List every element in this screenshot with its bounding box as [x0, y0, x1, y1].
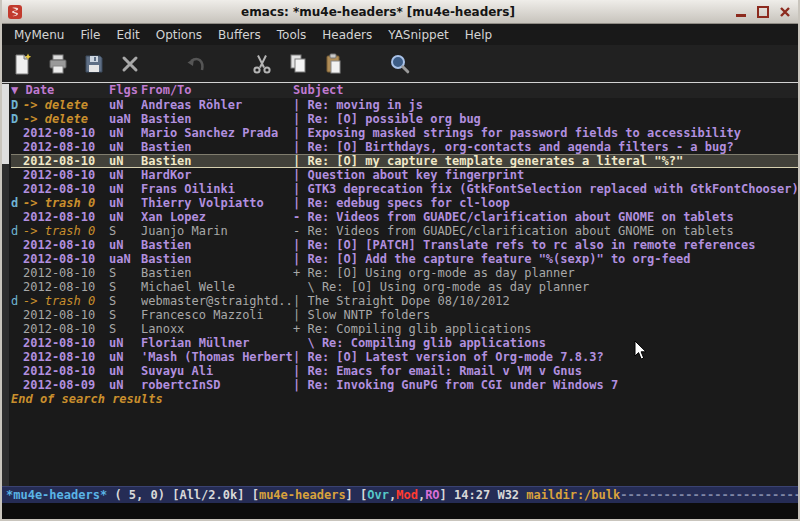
save-icon[interactable] — [80, 50, 108, 78]
message-row[interactable]: 2012-08-10SFrancesco Mazzoli| Slow NNTP … — [11, 308, 798, 322]
row-from: Juanjo Marin — [141, 224, 293, 238]
menu-item-file[interactable]: File — [72, 26, 108, 44]
row-from: Bastien — [141, 252, 293, 266]
message-row[interactable]: D-> deleteuaNBastien| Re: [O] possible o… — [11, 112, 798, 126]
message-row[interactable]: 2012-08-09uNrobertcInSD| Re: Invoking Gn… — [11, 378, 798, 392]
menu-item-mymenu[interactable]: MyMenu — [6, 26, 72, 44]
row-marker — [11, 140, 23, 154]
menu-item-buffers[interactable]: Buffers — [210, 26, 269, 44]
minimize-button[interactable] — [733, 5, 749, 19]
row-subject: | Re: [O] Birthdays, org-contacts and ag… — [293, 140, 798, 154]
menu-item-yasnippet[interactable]: YASnippet — [380, 26, 457, 44]
row-subject: | Re: [O] Add the capture feature "%(sex… — [293, 252, 798, 266]
menu-item-help[interactable]: Help — [457, 26, 500, 44]
row-subject: | Re: [O] possible org bug — [293, 112, 798, 126]
message-row[interactable]: 2012-08-10uNFlorian Müllner \ Re: Compil… — [11, 336, 798, 350]
row-subject: | Re: [O] [PATCH] Translate refs to rc a… — [293, 238, 798, 252]
column-header-subject[interactable]: Subject — [293, 83, 798, 98]
column-header-flags[interactable]: Flgs — [109, 83, 141, 98]
modeline-segment: *mu4e-headers* — [6, 488, 107, 502]
row-date: 2012-08-10 — [23, 238, 109, 252]
row-flags: uN — [109, 140, 141, 154]
row-flags: uN — [109, 238, 141, 252]
headers-buffer: ▼ Date Flgs From/To Subject D-> deleteuN… — [2, 82, 798, 486]
modeline-segment: W32 — [497, 488, 526, 502]
column-header-from[interactable]: From/To — [141, 83, 293, 98]
row-subject: | Question about key fingerprint — [293, 168, 798, 182]
menu-item-headers[interactable]: Headers — [314, 26, 380, 44]
row-date: 2012-08-10 — [23, 210, 109, 224]
row-date: 2012-08-10 — [23, 126, 109, 140]
modeline-segment: [ — [252, 488, 259, 502]
maximize-button[interactable] — [755, 5, 771, 19]
row-subject: | Slow NNTP folders — [293, 308, 798, 322]
message-row[interactable]: 2012-08-10uNXan Lopez- Re: Videos from G… — [11, 210, 798, 224]
row-from: Andreas Röhler — [141, 98, 293, 112]
menu-item-edit[interactable]: Edit — [109, 26, 148, 44]
modeline-segment: 14:27 — [454, 488, 497, 502]
window-title: emacs: *mu4e-headers* [mu4e-headers] — [23, 5, 733, 19]
row-flags: S — [109, 224, 141, 238]
row-flags: uN — [109, 98, 141, 112]
menu-item-options[interactable]: Options — [148, 26, 210, 44]
message-row[interactable]: 2012-08-10uNBastien| Re: [O] my capture … — [11, 154, 798, 168]
close-button[interactable] — [777, 5, 793, 19]
row-date: 2012-08-10 — [23, 252, 109, 266]
row-flags: uN — [109, 210, 141, 224]
row-marker: d — [11, 224, 23, 238]
row-subject: \ Re: [O] Using org-mode as day planner — [293, 280, 798, 294]
message-row[interactable]: 2012-08-10uNBastien| Re: [O] Birthdays, … — [11, 140, 798, 154]
row-marker: D — [11, 98, 23, 112]
row-from: webmaster@straightd... — [141, 294, 293, 308]
search-icon[interactable] — [386, 50, 414, 78]
message-row[interactable]: d-> trash 0SJuanjo Marin- Re: Videos fro… — [11, 224, 798, 238]
row-flags: S — [109, 322, 141, 336]
message-list: D-> deleteuNAndreas Röhler| Re: moving i… — [11, 98, 798, 392]
message-row[interactable]: d-> trash 0Swebmaster@straightd...| The … — [11, 294, 798, 308]
row-flags: uN — [109, 350, 141, 364]
row-flags: S — [109, 280, 141, 294]
emacs-window: emacs: *mu4e-headers* [mu4e-headers] MyM… — [0, 0, 800, 521]
copy-icon[interactable] — [284, 50, 312, 78]
message-row[interactable]: 2012-08-10uNHardKor| Question about key … — [11, 168, 798, 182]
row-subject: | Re: [O] my capture template generates … — [293, 154, 798, 168]
message-row[interactable]: 2012-08-10SBastien+ Re: [O] Using org-mo… — [11, 266, 798, 280]
row-from: Frans Oilinki — [141, 182, 293, 196]
message-row[interactable]: 2012-08-10uNMario Sanchez Prada| Exposin… — [11, 126, 798, 140]
toolbar-separator — [218, 63, 240, 64]
cut-icon[interactable] — [248, 50, 276, 78]
message-row[interactable]: 2012-08-10uNBastien| Re: [O] [PATCH] Tra… — [11, 238, 798, 252]
modeline-segment: ] — [440, 488, 454, 502]
scrollbar[interactable] — [2, 83, 9, 486]
close-buffer-icon[interactable] — [116, 50, 144, 78]
row-date: 2012-08-10 — [23, 280, 109, 294]
row-date: -> delete — [23, 112, 109, 126]
row-date: 2012-08-10 — [23, 364, 109, 378]
row-marker — [11, 280, 23, 294]
message-row[interactable]: d-> trash 0uNThierry Volpiatto| Re: edeb… — [11, 196, 798, 210]
row-marker — [11, 350, 23, 364]
paste-icon[interactable] — [320, 50, 348, 78]
menu-item-tools[interactable]: Tools — [269, 26, 315, 44]
row-from: Mario Sanchez Prada — [141, 126, 293, 140]
minibuffer[interactable] — [2, 503, 798, 519]
message-row[interactable]: 2012-08-10uN'Mash (Thomas Herbert)| Re: … — [11, 350, 798, 364]
message-row[interactable]: 2012-08-10SMichael Welle \ Re: [O] Using… — [11, 280, 798, 294]
message-row[interactable]: 2012-08-10SLanoxx+ Re: Compiling glib ap… — [11, 322, 798, 336]
scrollbar-thumb[interactable] — [2, 84, 9, 164]
column-header-date[interactable]: ▼ Date — [11, 83, 109, 98]
row-subject: + Re: Compiling glib applications — [293, 322, 798, 336]
row-from: Thierry Volpiatto — [141, 196, 293, 210]
new-file-icon[interactable] — [8, 50, 36, 78]
row-date: 2012-08-10 — [23, 308, 109, 322]
message-row[interactable]: 2012-08-10uaNBastien| Re: [O] Add the ca… — [11, 252, 798, 266]
print-icon[interactable] — [44, 50, 72, 78]
message-row[interactable]: D-> deleteuNAndreas Röhler| Re: moving i… — [11, 98, 798, 112]
end-of-search-results: End of search results — [11, 392, 798, 406]
row-marker — [11, 182, 23, 196]
message-row[interactable]: 2012-08-10uNSuvayu Ali| Re: Emacs for em… — [11, 364, 798, 378]
row-from: Bastien — [141, 140, 293, 154]
message-row[interactable]: 2012-08-10uNFrans Oilinki| GTK3 deprecat… — [11, 182, 798, 196]
row-flags: uN — [109, 126, 141, 140]
row-from: Francesco Mazzoli — [141, 308, 293, 322]
